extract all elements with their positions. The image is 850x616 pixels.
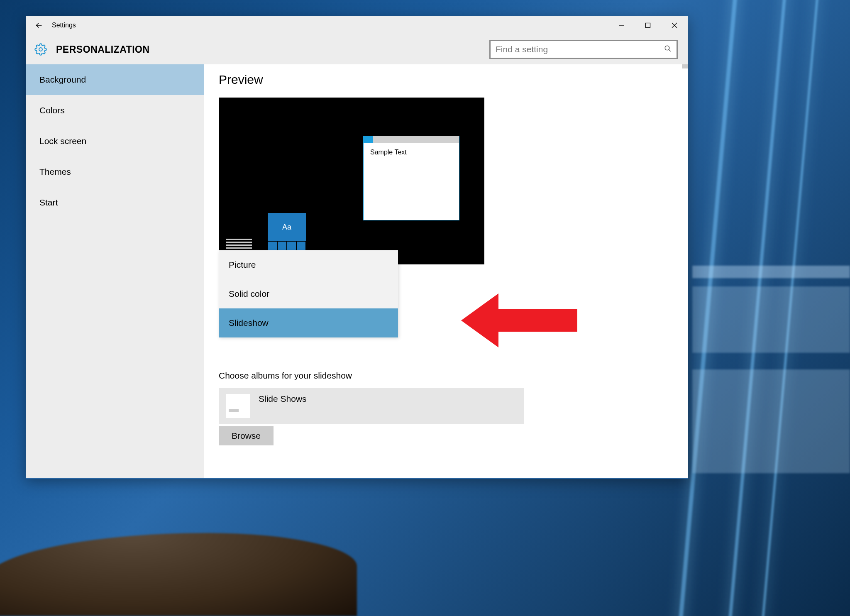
sidebar-item-background[interactable]: Background [26,64,204,95]
category-title: PERSONALIZATION [56,44,150,55]
gear-icon [34,43,47,56]
close-button[interactable] [661,16,688,34]
content-pane: Preview Aa Sample Text Picture [204,64,688,478]
wallpaper-shelf [692,286,850,353]
sidebar: Background Colors Lock screen Themes Sta… [26,64,204,478]
sidebar-item-colors[interactable]: Colors [26,95,204,126]
preview-sample-window: Sample Text [363,136,459,220]
dropdown-option-picture[interactable]: Picture [219,250,398,279]
header: PERSONALIZATION [26,34,688,64]
option-label: Picture [229,260,256,270]
sidebar-item-label: Lock screen [39,136,86,146]
sidebar-item-start[interactable]: Start [26,187,204,218]
desktop-preview: Aa Sample Text [219,98,484,264]
search-input[interactable] [496,44,664,54]
album-item[interactable]: Slide Shows [219,388,524,424]
wallpaper-shelf [692,266,850,278]
preview-heading: Preview [219,73,673,87]
annotation-arrow-icon [461,289,586,352]
option-label: Solid color [229,289,269,299]
sidebar-item-label: Start [39,198,58,208]
preview-aa-tile: Aa [268,213,306,241]
dropdown-option-slideshow[interactable]: Slideshow [219,308,398,337]
settings-window: Settings PERSONALIZATION [26,16,688,479]
folder-icon [226,394,250,418]
wallpaper-shelf [692,369,850,473]
browse-button[interactable]: Browse [219,426,274,445]
titlebar: Settings [26,16,688,34]
minimize-button[interactable] [608,16,635,34]
album-section-label: Choose albums for your slideshow [219,371,673,381]
sidebar-item-label: Colors [39,105,65,115]
button-label: Browse [232,431,261,440]
body: Background Colors Lock screen Themes Sta… [26,64,688,478]
album-name: Slide Shows [259,394,307,404]
search-icon [664,45,672,54]
svg-rect-1 [646,23,650,28]
maximize-button[interactable] [635,16,661,34]
svg-point-4 [39,48,42,51]
dropdown-option-solid-color[interactable]: Solid color [219,279,398,308]
wallpaper-rock [0,533,357,616]
option-label: Slideshow [229,318,269,328]
svg-marker-7 [461,293,577,347]
back-button[interactable] [26,16,52,34]
sidebar-item-lock-screen[interactable]: Lock screen [26,126,204,156]
background-type-dropdown: Picture Solid color Slideshow [219,250,398,337]
search-box[interactable] [489,40,678,59]
svg-point-5 [665,46,669,50]
sidebar-item-themes[interactable]: Themes [26,156,204,187]
scrollbar-track[interactable] [682,64,688,68]
sidebar-item-label: Background [39,75,86,85]
preview-sample-text: Sample Text [364,143,459,162]
svg-line-6 [669,49,671,51]
sidebar-item-label: Themes [39,167,71,177]
window-title: Settings [52,22,76,29]
